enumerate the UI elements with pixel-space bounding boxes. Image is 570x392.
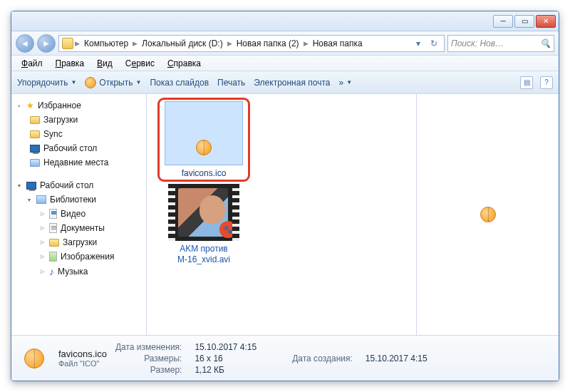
organize-button[interactable]: Упорядочить▼ [17, 78, 76, 88]
file-thumbnail: 🐾 [168, 184, 239, 241]
details-filetype: Файл "ICO" [58, 359, 107, 368]
file-name: favicons.ico [161, 168, 247, 178]
open-button[interactable]: Открыть▼ [85, 77, 141, 88]
details-table: Дата изменения:15.10.2017 4:15 Размеры:1… [115, 342, 269, 375]
sidebar-item-music[interactable]: ▷♪Музыка [14, 264, 143, 279]
help-button[interactable]: ? [540, 76, 553, 89]
slideshow-button[interactable]: Показ слайдов [150, 78, 209, 88]
desktop-icon [30, 145, 40, 153]
libraries-group[interactable]: ▾Библиотеки [14, 192, 143, 207]
menu-edit[interactable]: Правка [50, 57, 90, 70]
folder-icon [30, 130, 40, 138]
open-icon [85, 77, 96, 88]
breadcrumb-item[interactable]: Новая папка [310, 38, 366, 48]
menu-bar: Файл Правка Вид Сервис Справка [11, 56, 559, 71]
forward-button[interactable]: ► [37, 34, 56, 53]
star-icon: ★ [26, 100, 34, 110]
overflow-button[interactable]: »▼ [338, 78, 352, 88]
file-list[interactable]: favicons.ico 🐾 AKM против М-16_xvid.avi [147, 94, 416, 335]
play-badge-icon: 🐾 [219, 221, 237, 238]
view-options-button[interactable]: ▤ [520, 76, 533, 89]
folder-icon [49, 239, 59, 247]
sidebar-item-documents[interactable]: ▷Документы [14, 221, 143, 235]
menu-tools[interactable]: Сервис [120, 57, 160, 70]
pictures-icon [49, 252, 57, 262]
file-thumbnail [165, 101, 243, 165]
close-button[interactable]: ✕ [536, 15, 556, 28]
search-icon: 🔍 [540, 38, 551, 48]
documents-icon [49, 223, 57, 233]
sidebar-item-downloads[interactable]: Загрузки [14, 113, 143, 127]
chevron-right-icon[interactable]: ▶ [227, 40, 232, 47]
favorites-group[interactable]: ▪★Избранное [14, 98, 143, 113]
sidebar-item-recent[interactable]: Недавние места [14, 155, 143, 170]
maximize-button[interactable]: ▭ [514, 15, 534, 28]
preview-icon [480, 207, 496, 222]
details-filename: favicons.ico [58, 349, 107, 359]
address-bar[interactable]: ▶ Компьютер ▶ Локальный диск (D:) ▶ Нова… [58, 35, 445, 52]
breadcrumb-item[interactable]: Локальный диск (D:) [139, 38, 226, 48]
search-input[interactable]: Поиск: Нов… 🔍 [447, 35, 554, 52]
preview-pane [416, 94, 559, 335]
file-item-video[interactable]: 🐾 AKM против М-16_xvid.avi [161, 184, 247, 264]
menu-file[interactable]: Файл [16, 57, 48, 70]
breadcrumb-item[interactable]: Компьютер [81, 38, 131, 48]
body: ▪★Избранное Загрузки Sync Рабочий стол Н… [11, 94, 559, 335]
email-button[interactable]: Электронная почта [254, 78, 330, 88]
navigation-pane: ▪★Избранное Загрузки Sync Рабочий стол Н… [11, 94, 147, 335]
print-button[interactable]: Печать [217, 78, 245, 88]
desktop-group[interactable]: ▾Рабочий стол [14, 178, 143, 192]
video-icon [49, 209, 57, 219]
nav-bar: ◄ ► ▶ Компьютер ▶ Локальный диск (D:) ▶ … [11, 31, 559, 56]
refresh-button[interactable]: ↻ [427, 38, 441, 48]
sidebar-item-video[interactable]: ▷Видео [14, 207, 143, 221]
menu-help[interactable]: Справка [162, 57, 207, 70]
file-name: AKM против М-16_xvid.avi [161, 244, 247, 264]
details-table-2: Дата создания:15.10.2017 4:15 [292, 354, 440, 363]
details-icon [19, 343, 50, 374]
chevron-right-icon[interactable]: ▶ [75, 40, 80, 47]
search-placeholder: Поиск: Нов… [451, 38, 504, 48]
recent-icon [30, 159, 40, 167]
explorer-window: ─ ▭ ✕ ◄ ► ▶ Компьютер ▶ Локальный диск (… [11, 11, 559, 381]
orange-icon [196, 140, 212, 155]
dropdown-icon[interactable]: ▾ [411, 38, 425, 48]
sidebar-item-downloads[interactable]: ▷Загрузки [14, 235, 143, 249]
menu-view[interactable]: Вид [91, 57, 118, 70]
chevron-right-icon[interactable]: ▶ [133, 40, 138, 47]
minimize-button[interactable]: ─ [493, 15, 513, 28]
file-item-favicons[interactable]: favicons.ico [161, 101, 247, 178]
breadcrumb-item[interactable]: Новая папка (2) [234, 38, 302, 48]
chevron-right-icon[interactable]: ▶ [304, 40, 309, 47]
folder-icon [30, 116, 40, 124]
sidebar-item-sync[interactable]: Sync [14, 127, 143, 141]
titlebar: ─ ▭ ✕ [11, 11, 559, 31]
folder-icon [62, 38, 73, 49]
sidebar-item-pictures[interactable]: ▷Изображения [14, 249, 143, 264]
back-button[interactable]: ◄ [16, 34, 34, 53]
details-pane: favicons.ico Файл "ICO" Дата изменения:1… [11, 335, 559, 381]
sidebar-item-desktop[interactable]: Рабочий стол [14, 141, 143, 155]
music-icon: ♪ [49, 266, 54, 277]
desktop-icon [26, 182, 36, 190]
command-bar: Упорядочить▼ Открыть▼ Показ слайдов Печа… [11, 71, 559, 94]
libraries-icon [36, 195, 46, 204]
